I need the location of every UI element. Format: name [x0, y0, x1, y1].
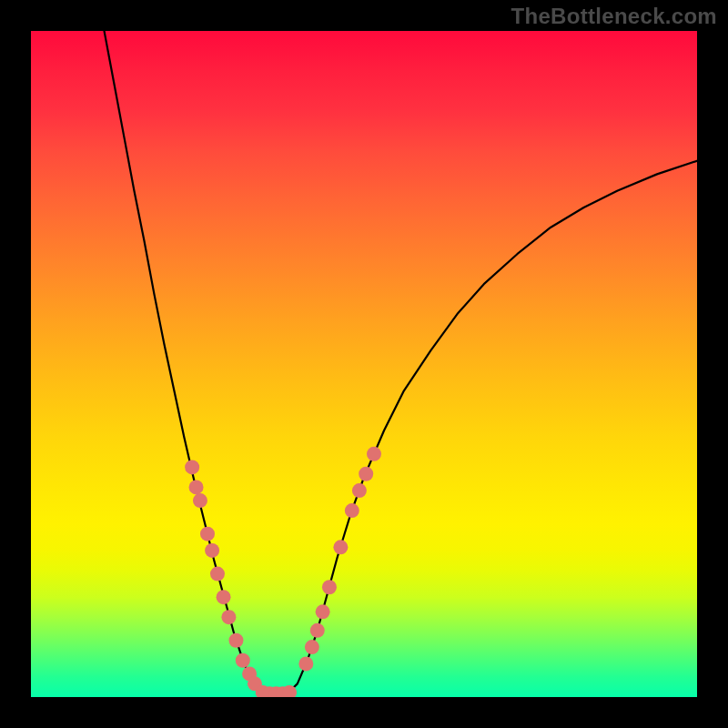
data-marker	[305, 640, 319, 654]
data-marker	[205, 543, 219, 558]
chart-frame: TheBottleneck.com	[0, 0, 728, 728]
data-marker	[345, 503, 359, 518]
bottleneck-curve	[105, 31, 697, 695]
plot-area	[31, 31, 697, 697]
data-marker	[210, 567, 225, 581]
data-marker	[310, 623, 325, 638]
data-marker	[298, 656, 313, 671]
data-marker	[322, 580, 337, 594]
data-marker	[193, 493, 207, 508]
marker-group-bottom	[256, 685, 297, 697]
data-marker	[352, 483, 367, 498]
data-marker	[236, 653, 250, 668]
data-marker	[217, 590, 231, 604]
data-marker	[185, 460, 199, 474]
watermark-text: TheBottleneck.com	[511, 4, 717, 29]
data-marker	[200, 527, 215, 541]
chart-overlay	[31, 31, 697, 697]
data-marker	[189, 480, 204, 494]
marker-group-left	[185, 460, 262, 691]
data-marker	[316, 604, 330, 619]
data-marker	[333, 540, 348, 554]
marker-group-right	[298, 447, 381, 672]
data-marker	[228, 633, 243, 648]
data-marker	[359, 467, 373, 481]
data-marker	[221, 610, 236, 624]
data-marker	[367, 447, 381, 461]
